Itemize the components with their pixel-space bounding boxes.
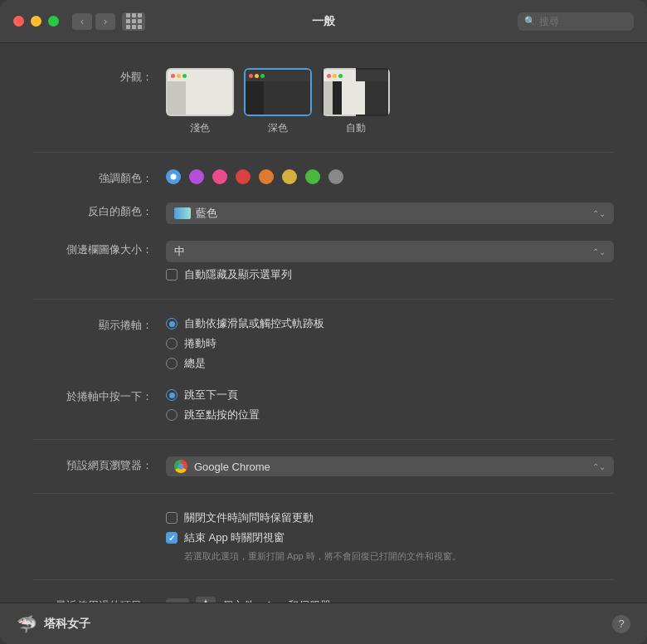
window-title: 一般 bbox=[312, 14, 335, 29]
scroll-bars-label: 顯示捲軸： bbox=[33, 316, 166, 333]
default-browser-dropdown[interactable]: Google Chrome ⌃⌄ bbox=[166, 456, 614, 476]
scroll-auto-radio[interactable] bbox=[166, 318, 178, 329]
click-next-label: 跳至下一頁 bbox=[184, 388, 238, 402]
sidebar-size-content: 中 ⌃⌄ 自動隱藏及顯示選單列 bbox=[166, 241, 614, 282]
sidebar-size-dropdown[interactable]: 中 ⌃⌄ bbox=[166, 241, 614, 262]
appearance-auto[interactable]: 自動 bbox=[322, 68, 390, 135]
color-purple[interactable] bbox=[189, 169, 204, 184]
stepper-up[interactable]: ▲ bbox=[196, 597, 216, 603]
default-browser-arrow: ⌃⌄ bbox=[592, 462, 606, 471]
click-next-radio[interactable] bbox=[166, 389, 178, 401]
appearance-row: 外觀： 淺色 bbox=[33, 60, 614, 144]
close-windows-label: 結束 App 時關閉視窗 bbox=[184, 530, 285, 545]
titlebar: ‹ › 一般 🔍 bbox=[0, 0, 647, 43]
footer-logo-text: 塔科女子 bbox=[44, 617, 90, 632]
appearance-content: 淺色 深色 bbox=[166, 68, 614, 135]
recent-items-stepper[interactable]: ▲ ▼ bbox=[196, 597, 216, 603]
default-browser-value: Google Chrome bbox=[194, 461, 586, 473]
grid-button[interactable] bbox=[122, 12, 145, 31]
recent-items-stepper-row: 10 ▲ ▼ 個文件、App 和伺服器 bbox=[166, 597, 614, 603]
close-docs-row: 關閉文件時詢問時保留更動 結束 App 時關閉視窗 若選取此選項，重新打開 Ap… bbox=[33, 502, 614, 571]
close-button[interactable] bbox=[13, 16, 24, 27]
color-orange[interactable] bbox=[259, 169, 274, 184]
dark-thumb bbox=[244, 68, 312, 116]
highlight-color-arrow: ⌃⌄ bbox=[592, 209, 606, 218]
color-red[interactable] bbox=[236, 169, 251, 184]
close-windows-checkbox[interactable] bbox=[166, 532, 178, 544]
back-button[interactable]: ‹ bbox=[72, 13, 92, 30]
scroll-always-radio[interactable] bbox=[166, 358, 178, 369]
grid-icon bbox=[126, 13, 142, 29]
auto-label: 自動 bbox=[346, 121, 366, 135]
appearance-options: 淺色 深色 bbox=[166, 68, 614, 135]
appearance-dark[interactable]: 深色 bbox=[244, 68, 312, 135]
scroll-always-label: 總是 bbox=[184, 356, 206, 371]
click-scroll-row: 於捲軸中按一下： 跳至下一頁 跳至點按的位置 bbox=[33, 379, 614, 431]
divider-1 bbox=[33, 152, 614, 153]
nav-buttons: ‹ › bbox=[72, 13, 115, 30]
highlight-color-swatch bbox=[174, 207, 191, 219]
color-yellow[interactable] bbox=[282, 169, 297, 184]
divider-4 bbox=[33, 493, 614, 494]
footer: 🦈 塔科女子 ? bbox=[0, 603, 647, 644]
default-browser-row: 預設網頁瀏覽器： Google Chrome ⌃⌄ bbox=[33, 448, 614, 485]
light-thumb bbox=[166, 68, 234, 116]
highlight-color-dropdown[interactable]: 藍色 ⌃⌄ bbox=[166, 202, 614, 224]
close-windows-hint: 若選取此選項，重新打開 App 時，將不會回復已打開的文件和視窗。 bbox=[184, 550, 614, 563]
highlight-color-row: 反白的顏色： 藍色 ⌃⌄ bbox=[33, 194, 614, 232]
sidebar-size-value: 中 bbox=[174, 244, 587, 259]
highlight-color-value: 藍色 bbox=[196, 206, 587, 221]
divider-3 bbox=[33, 439, 614, 440]
default-browser-label: 預設網頁瀏覽器： bbox=[33, 456, 166, 473]
search-icon: 🔍 bbox=[524, 16, 536, 27]
accent-color-row: 強調顏色： bbox=[33, 161, 614, 194]
click-next-row: 跳至下一頁 bbox=[166, 388, 614, 402]
sidebar-size-row: 側邊欄圖像大小： 中 ⌃⌄ 自動隱藏及顯示選單列 bbox=[33, 232, 614, 290]
settings-content: 外觀： 淺色 bbox=[0, 43, 647, 603]
auto-hide-menu-row: 自動隱藏及顯示選單列 bbox=[166, 267, 614, 282]
forward-button[interactable]: › bbox=[95, 13, 115, 30]
click-spot-row: 跳至點按的位置 bbox=[166, 407, 614, 422]
light-label: 淺色 bbox=[190, 121, 210, 135]
appearance-label: 外觀： bbox=[33, 68, 166, 85]
close-windows-checkbox-row: 結束 App 時關閉視窗 bbox=[166, 530, 614, 545]
chrome-icon bbox=[174, 460, 187, 473]
traffic-lights bbox=[13, 16, 59, 27]
color-pink[interactable] bbox=[212, 169, 227, 184]
close-docs-checkbox-row: 關閉文件時詢問時保留更動 bbox=[166, 510, 614, 525]
color-green[interactable] bbox=[305, 169, 320, 184]
scroll-auto-row: 自動依據滑鼠或觸控式軌跡板 bbox=[166, 316, 614, 331]
recent-items-label: 最近使用過的項目： bbox=[33, 597, 166, 603]
appearance-light[interactable]: 淺色 bbox=[166, 68, 234, 135]
search-input[interactable] bbox=[539, 16, 627, 27]
maximize-button[interactable] bbox=[48, 16, 59, 27]
scroll-bars-content: 自動依據滑鼠或觸控式軌跡板 捲動時 總是 bbox=[166, 316, 614, 371]
minimize-button[interactable] bbox=[31, 16, 41, 27]
click-scroll-label: 於捲軸中按一下： bbox=[33, 388, 166, 404]
click-spot-radio[interactable] bbox=[166, 409, 178, 421]
help-button[interactable]: ? bbox=[612, 615, 630, 633]
recent-items-row: 最近使用過的項目： 10 ▲ ▼ 個文件、App 和伺服器 bbox=[33, 588, 614, 603]
auto-hide-menu-checkbox[interactable] bbox=[166, 269, 178, 281]
scroll-when-radio[interactable] bbox=[166, 338, 178, 349]
auto-hide-menu-label: 自動隱藏及顯示選單列 bbox=[184, 267, 292, 282]
scroll-when-label: 捲動時 bbox=[184, 336, 216, 351]
color-graphite[interactable] bbox=[328, 169, 343, 184]
footer-logo: 🦈 塔科女子 bbox=[17, 614, 90, 634]
sidebar-size-label: 側邊欄圖像大小： bbox=[33, 241, 166, 257]
highlight-color-content: 藍色 ⌃⌄ bbox=[166, 202, 614, 224]
close-docs-label: 關閉文件時詢問時保留更動 bbox=[184, 510, 314, 525]
recent-items-content: 10 ▲ ▼ 個文件、App 和伺服器 bbox=[166, 597, 614, 603]
color-blue[interactable] bbox=[166, 169, 181, 184]
preferences-window: ‹ › 一般 🔍 外觀： bbox=[0, 0, 647, 644]
highlight-color-label: 反白的顏色： bbox=[33, 202, 166, 219]
click-scroll-content: 跳至下一頁 跳至點按的位置 bbox=[166, 388, 614, 422]
divider-5 bbox=[33, 579, 614, 580]
dark-label: 深色 bbox=[268, 121, 288, 135]
accent-color-label: 強調顏色： bbox=[33, 169, 166, 186]
divider-2 bbox=[33, 299, 614, 300]
click-spot-label: 跳至點按的位置 bbox=[184, 407, 260, 422]
close-docs-checkbox[interactable] bbox=[166, 512, 178, 524]
default-browser-content: Google Chrome ⌃⌄ bbox=[166, 456, 614, 476]
search-box[interactable]: 🔍 bbox=[518, 12, 634, 31]
